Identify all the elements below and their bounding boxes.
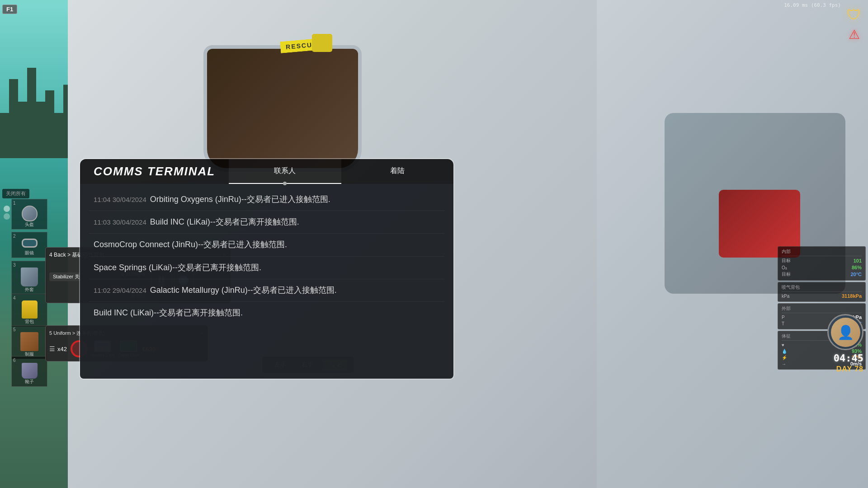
player-avatar: 👤: [827, 314, 863, 350]
speed-label: →: [782, 361, 786, 366]
target-row: 目标 101: [782, 258, 862, 264]
message-entry: 11:02 29/04/2024Galactic Metallurgy (Jin…: [89, 279, 444, 302]
msg-text: Orbiting Oxygens (JinRu)--交易者已进入接触范围.: [150, 195, 330, 204]
terminal-title: COMMS TERMINAL: [80, 164, 229, 178]
msg-text: Space Springs (LiKai)--交易者已离开接触范围.: [94, 263, 261, 272]
fps-counter: 16.09 ms (60.3 fps): [784, 2, 841, 8]
message-entry: 11:04 30/04/2024Orbiting Oxygens (JinRu)…: [89, 188, 444, 211]
glasses-icon: [22, 239, 38, 248]
close-all-button[interactable]: 关闭所有: [2, 189, 29, 198]
slot-1-number: 1: [13, 201, 46, 206]
backpack-icon: [22, 300, 38, 319]
uniform-count: x42: [57, 346, 67, 352]
body-label-1: ♥: [782, 343, 784, 347]
interior-label: 内部: [782, 249, 862, 256]
msg-timestamp: 11:03 30/04/2024: [94, 218, 146, 226]
msg-text: Build INC (LiKai)--交易者已离开接触范围.: [94, 308, 243, 317]
ext-pressure-label: P: [782, 315, 785, 320]
interior-section: 内部 目标 101 O₂ 86% 目标 20°C: [778, 246, 866, 281]
slot-6-label: 靴子: [25, 379, 34, 385]
boots-icon: [22, 363, 38, 379]
nav-dot: [4, 213, 10, 220]
equipment-slot-4[interactable]: 4 背包: [11, 294, 47, 327]
equipment-slot-2[interactable]: 2 眼镜: [11, 232, 47, 258]
jetpack-section: 喷气背包 kPa 3118kPa: [778, 282, 866, 302]
uniform-icon: [20, 332, 38, 351]
comms-terminal: COMMS TERMINAL 联系人 着陆 11:04 30/04/2024Or…: [79, 158, 454, 380]
terminal-tabs: 联系人 着陆: [229, 159, 453, 184]
msg-text: Build INC (LiKai)--交易者已离开接触范围.: [150, 217, 299, 226]
suit-icon: [21, 267, 38, 286]
msg-text: Galactic Metallurgy (JinRu)--交易者已进入接触范围.: [150, 286, 337, 295]
message-entry: CosmoCrop Connect (JinRu)--交易者已进入接触范围.: [89, 234, 444, 256]
temp-label: 目标: [782, 271, 791, 277]
slot-3-label: 外套: [25, 286, 34, 293]
ext-temp-label: T: [782, 321, 784, 326]
slot-6-number: 6: [13, 358, 46, 363]
slot-5-number: 5: [13, 327, 46, 332]
terminal-body[interactable]: 11:04 30/04/2024Orbiting Oxygens (JinRu)…: [80, 184, 453, 379]
message-entry: 11:03 30/04/2024Build INC (LiKai)--交易者已离…: [89, 211, 444, 234]
body-label-2: 💧: [782, 349, 787, 354]
shield-warning-icon: 🛡: [847, 7, 861, 23]
f1-key: F1: [2, 5, 17, 14]
slot-4-label: 背包: [25, 319, 34, 325]
message-entry: Build INC (LiKai)--交易者已离开接触范围.: [89, 302, 444, 324]
terminal-header: COMMS TERMINAL 联系人 着陆: [80, 159, 453, 184]
uniform-equip-area: ☰ x42: [49, 345, 67, 352]
menu-icon: ☰: [49, 345, 55, 352]
equipment-slot-3[interactable]: 3 外套: [11, 261, 47, 295]
body-label-3: ⚡: [782, 355, 787, 360]
slot-1-label: 头盔: [25, 221, 34, 228]
msg-timestamp: 11:04 30/04/2024: [94, 196, 146, 203]
tab-landing[interactable]: 着陆: [341, 159, 453, 184]
jetpack-label: 喷气背包: [782, 284, 862, 292]
equipment-slot-1[interactable]: 1 头盔: [11, 199, 47, 230]
warning-area: 🛡 ⚠: [847, 7, 861, 42]
jetpack-row: kPa 3118kPa: [782, 293, 862, 299]
day-display: DAY 78: [836, 365, 863, 373]
jetpack-value: 3118kPa: [842, 293, 862, 299]
slot-2-number: 2: [13, 234, 46, 239]
nav-dot: [4, 206, 10, 212]
slot-3-number: 3: [13, 263, 46, 267]
temp-row: 目标 20°C: [782, 271, 862, 277]
stabilizer-toggle[interactable]: Stabilizer 关: [49, 272, 83, 281]
avatar-face: 👤: [831, 318, 860, 347]
ship-yellow-button: [312, 34, 332, 52]
target-label: 目标: [782, 258, 791, 264]
tab-contacts[interactable]: 联系人: [229, 159, 341, 184]
equipment-slot-6[interactable]: 6 靴子: [11, 356, 47, 387]
msg-text: CosmoCrop Connect (JinRu)--交易者已进入接触范围.: [94, 240, 287, 249]
exterior-label: 外部: [782, 305, 862, 313]
o2-label: O₂: [782, 265, 787, 270]
temp-value: 20°C: [850, 272, 862, 277]
ship-window: [203, 45, 362, 172]
time-display: 04:45: [834, 352, 863, 364]
o2-value: 86%: [852, 265, 862, 270]
msg-timestamp: 11:02 29/04/2024: [94, 286, 146, 294]
o2-row: O₂ 86%: [782, 265, 862, 270]
nav-dots: [4, 206, 10, 220]
target-value: 101: [854, 258, 862, 263]
slot-4-number: 4: [13, 296, 46, 300]
equipment-slot-5[interactable]: 5 制服: [11, 325, 47, 359]
helmet-icon: [22, 206, 38, 221]
right-hud: 内部 目标 101 O₂ 86% 目标 20°C 喷气背包 kPa 3118kP…: [778, 246, 866, 370]
slot-2-label: 眼镜: [25, 250, 34, 256]
message-entry: Space Springs (LiKai)--交易者已离开接触范围.: [89, 257, 444, 279]
jetpack-pressure-label: kPa: [782, 294, 789, 299]
alert-warning-icon: ⚠: [849, 27, 860, 42]
